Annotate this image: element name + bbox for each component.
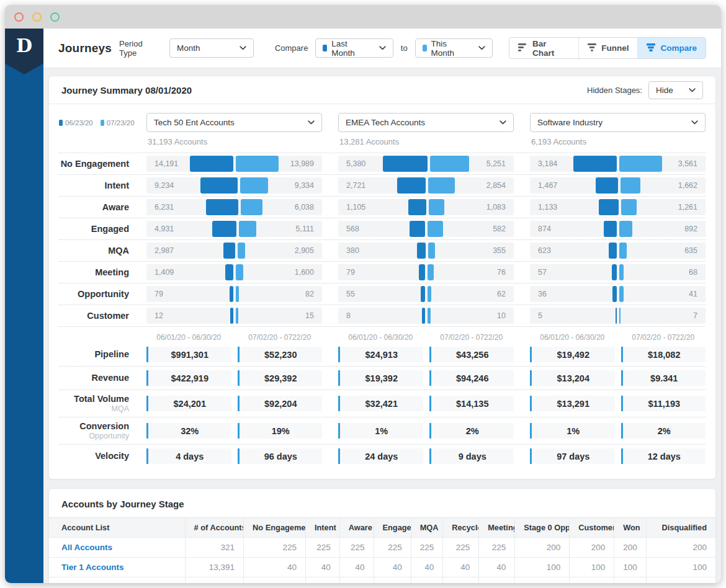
metric-label-main: Pipeline <box>59 349 129 360</box>
stage-bars <box>609 243 627 259</box>
metric-value-period2: 12 days <box>621 448 706 464</box>
stage-count-cell: 225 <box>374 538 411 558</box>
stage-count-cell: 40 <box>374 558 411 577</box>
metric-value-period2: 9 days <box>429 448 514 464</box>
stage-row-meeting: Meeting1,4091,60079765768 <box>59 262 706 283</box>
period-headers-col3: 06/01/20 - 06/30/2007/02/20 - 0722/20 <box>530 333 706 342</box>
stage-band-col2: 380355 <box>338 243 514 259</box>
metric-cells-col1: 32%19% <box>146 423 322 439</box>
current-period-value: 76 <box>497 268 506 277</box>
current-period-value: 41 <box>689 290 697 298</box>
account-list-link[interactable]: All Accounts <box>61 543 112 552</box>
stage-band-col1: 1215 <box>146 308 322 324</box>
stage-count-cell: 40 <box>443 558 479 577</box>
metric-value-period1: 4 days <box>146 448 231 464</box>
current-period-value: 7 <box>693 311 697 320</box>
account-list-select-1[interactable]: Tech 50 Ent Accounts <box>146 113 322 132</box>
previous-period-value: 57 <box>538 268 547 277</box>
current-period-value: 892 <box>684 225 697 233</box>
compare-from-select[interactable]: Last Month <box>315 38 393 58</box>
period-type-select[interactable]: Month <box>169 38 254 58</box>
period-headers-col2: 06/01/20 - 06/30/2007/02/20 - 0722/20 <box>338 333 514 342</box>
metric-label-sub: MQA <box>59 404 129 413</box>
current-period-value: 1,662 <box>678 181 697 190</box>
top-header: Journeys Period Type Month Compare Last … <box>43 29 721 68</box>
view-button-compare[interactable]: Compare <box>637 38 706 58</box>
metric-cells-col2: $32,421$14,135 <box>338 396 514 411</box>
column-header-disqualified: Disqualified <box>646 518 715 538</box>
bar-current-period <box>428 177 455 194</box>
current-period-value: 1,261 <box>678 203 697 212</box>
bar-current-period <box>236 156 279 172</box>
metric-cells-col1: $422,919$29,392 <box>146 370 322 386</box>
stage-count-cell: 16 <box>305 577 339 583</box>
metric-value-period2: $29,392 <box>238 370 323 386</box>
chevron-down-icon <box>689 88 696 92</box>
stage-band-col1: 7982 <box>146 286 322 302</box>
metric-cells-col1: 4 days96 days <box>146 448 322 464</box>
stage-count-cell: 16 <box>411 577 443 583</box>
bar-previous-period <box>422 308 425 324</box>
stage-bars <box>599 199 637 215</box>
metric-label-main: Total Volume <box>59 394 129 404</box>
stage-bars <box>604 221 632 237</box>
table-row: Funnel 29311616161616161650505050 <box>49 577 715 583</box>
account-list-select-3[interactable]: Software Industry <box>530 113 706 132</box>
hidden-stages-select[interactable]: Hide <box>648 81 703 99</box>
bar-current-period <box>619 221 632 237</box>
bar-previous-period <box>225 264 233 280</box>
account-list-column-3: Software Industry6,193 Accounts <box>530 113 706 146</box>
window-control-zoom[interactable] <box>50 12 60 22</box>
period-type-value: Month <box>177 43 200 53</box>
column-header-aware: Aware <box>339 518 374 538</box>
metric-label: Revenue <box>59 373 130 383</box>
account-list-link[interactable]: Tier 1 Accounts <box>61 563 124 572</box>
bar-current-period <box>619 264 624 280</box>
window-control-minimize[interactable] <box>32 12 42 22</box>
previous-period-value: 12 <box>155 311 163 320</box>
metric-cells-col2: $24,913$43,256 <box>338 347 514 362</box>
metric-value-period1: 1% <box>338 423 423 439</box>
metric-value-period2: 96 days <box>238 448 323 464</box>
stage-count-cell: 13,391 <box>185 558 244 577</box>
metric-value-period1: 24 days <box>338 448 423 464</box>
bar-previous-period <box>408 199 426 215</box>
stage-count-cell: 100 <box>570 558 614 577</box>
period-type-label: Period Type <box>119 39 162 58</box>
stage-count-cell: 100 <box>646 558 715 577</box>
app-window: D Journeys Period Type Month Compare Las… <box>5 5 721 583</box>
table-row: Tier 1 Accounts13,3914040404040404010010… <box>49 558 715 577</box>
metric-value-period2: $94,246 <box>429 370 514 386</box>
stage-count-cell: 225 <box>443 538 479 558</box>
legend-label: 07/23/20 <box>107 119 135 127</box>
window-control-close[interactable] <box>14 12 24 22</box>
view-button-funnel[interactable]: Funnel <box>578 38 637 58</box>
account-list-select-2[interactable]: EMEA Tech Accounts <box>338 113 514 132</box>
demandbase-logo[interactable]: D <box>5 29 43 74</box>
previous-period-value: 8 <box>346 311 351 320</box>
previous-period-value: 2,721 <box>346 181 365 190</box>
table-row: All Accounts3212252252252252252252252002… <box>49 538 715 558</box>
page-title: Journeys <box>58 42 112 55</box>
metric-row-total-volume: Total VolumeMQA$24,201$92,204$32,421$14,… <box>59 390 706 417</box>
compare-to-value: This Month <box>431 39 472 58</box>
stage-bars <box>408 199 444 215</box>
summary-title: Journey Summary 08/01/2020 <box>61 85 192 96</box>
metric-label-main: Velocity <box>59 451 129 461</box>
bar-current-period <box>236 286 239 302</box>
metric-cells-col1: $991,301$52,230 <box>146 347 322 362</box>
view-button-bar-chart[interactable]: Bar Chart <box>509 38 578 58</box>
column-header-recycle: Recycle <box>443 518 479 538</box>
legend-swatch <box>101 120 104 126</box>
current-period-value: 355 <box>493 246 506 255</box>
column-header-engaged: Engaged <box>374 518 411 538</box>
bar-previous-period <box>383 156 428 172</box>
previous-period-value: 1,133 <box>538 203 557 212</box>
view-toggle-group: Bar ChartFunnelCompare <box>509 37 706 59</box>
accounts-table: Account List# of AccountsNo EngagementIn… <box>49 518 715 583</box>
stage-label: Aware <box>59 202 130 212</box>
hidden-stages-value: Hide <box>656 86 673 95</box>
account-list-link[interactable]: Funnel 2 <box>61 582 96 583</box>
compare-to-select[interactable]: This Month <box>415 38 493 58</box>
stage-label: Customer <box>59 311 130 321</box>
